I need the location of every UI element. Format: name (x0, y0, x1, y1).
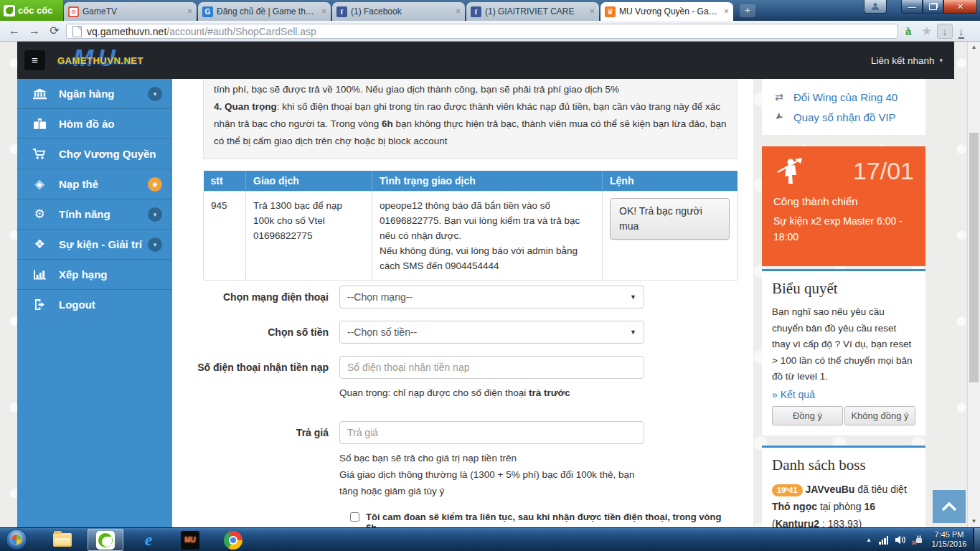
tab-close-icon[interactable]: × (590, 6, 595, 17)
instructions-6h: 6h (382, 118, 393, 129)
network-label: Chọn mạng điện thoại (172, 286, 329, 309)
vote-result-link[interactable]: » Kết quả (772, 389, 915, 400)
taskbar-coccoc-button[interactable] (88, 529, 123, 551)
taskbar-ie-button[interactable]: e (131, 529, 166, 551)
close-button[interactable]: ✕ (943, 0, 977, 14)
page-icon (72, 26, 82, 37)
maximize-button[interactable] (923, 0, 943, 14)
tab-close-icon[interactable]: × (724, 6, 729, 17)
quay-so-link[interactable]: Quay số nhận đồ VIP (793, 111, 896, 123)
event-card[interactable]: 17/01 Công thành chiến Sự kiện x2 exp Ma… (762, 146, 925, 266)
taskbar-clock[interactable]: 7:45 PM 1/15/2016 (928, 530, 970, 549)
confirm-checkbox[interactable] (350, 512, 359, 522)
scrollbar-thumb[interactable] (969, 133, 979, 382)
url-path: /account/#auth/ShopCardSell.asp (166, 26, 316, 37)
profile-button[interactable] (864, 0, 887, 14)
refresh-button[interactable]: ⟳ (46, 23, 63, 39)
boss-list-title: Danh sách boss (772, 456, 915, 474)
window-controls: — ✕ (901, 0, 977, 14)
sidebar-item-su-kien-giai-tri[interactable]: ❖ Sự kiện - Giải trí ▾ (17, 229, 172, 259)
phone-note-bold: trả trước (529, 387, 570, 398)
network-signal-icon[interactable] (879, 536, 888, 545)
caret-down-icon: ▾ (939, 57, 943, 64)
tab-facebook[interactable]: f (1) Facebook × (332, 2, 465, 21)
downloads-icon[interactable]: ↓ (958, 25, 964, 39)
system-tray: ▲ ✕ (866, 528, 924, 551)
event-line2: Sự kiện x2 exp Master 6:00 - 18:00 (773, 213, 903, 245)
gametv-favicon-icon: G (68, 6, 79, 17)
network-select[interactable]: --Chọn mạng-- ▼ (339, 286, 644, 309)
start-button[interactable] (6, 529, 27, 550)
price-note-1: Số bạc bạn sẽ trả cho giá trị nạp tiền t… (339, 450, 644, 466)
quick-links-label: Liên kết nhanh (871, 55, 935, 66)
internet-explorer-icon: e (145, 530, 153, 550)
taskbar-mu-game-button[interactable]: MU (172, 529, 208, 551)
quick-links-menu[interactable]: Liên kết nhanh ▾ (871, 42, 943, 79)
show-desktop-button[interactable] (973, 528, 980, 551)
show-hidden-icons-button[interactable]: ▲ (866, 537, 872, 543)
tab-title: MU Vương Quyền - Game (619, 6, 720, 17)
disagree-button[interactable]: Không đồng ý (844, 406, 915, 425)
bookmark-star-icon[interactable]: ★ (921, 24, 932, 39)
price-input[interactable] (339, 421, 644, 444)
warrior-icon (773, 156, 806, 185)
sidebar-item-ngan-hang[interactable]: Ngân hàng ▾ (17, 79, 172, 108)
amount-select[interactable]: --Chọn số tiền-- ▼ (339, 321, 644, 344)
taskbar-chrome-button[interactable] (215, 529, 251, 551)
chevron-down-icon[interactable]: ▾ (148, 87, 162, 101)
taskbar-explorer-button[interactable] (44, 529, 80, 551)
browser-scrollbar[interactable]: ▲ ▼ (967, 42, 980, 527)
sidebar-item-cho-vuong-quyen[interactable]: Chợ Vương Quyền (17, 138, 172, 169)
power-plug-icon[interactable]: ✕ (913, 534, 924, 545)
price-label: Trả giá (172, 421, 329, 499)
sell-card-form: Chọn mạng điện thoại --Chọn mạng-- ▼ Chọ… (172, 286, 753, 527)
link-doi-wing[interactable]: ⇄ Đổi Wing của Ring 40 (772, 87, 915, 107)
sidebar-item-tinh-nang[interactable]: ⚙ Tính năng ▾ (17, 199, 172, 229)
download-bar-button[interactable]: ↓ (937, 24, 953, 39)
volume-icon[interactable] (895, 535, 906, 545)
address-bar[interactable]: vq.gamethuvn.net/account/#auth/ShopCardS… (66, 24, 898, 39)
tab-close-icon[interactable]: × (187, 6, 192, 17)
mu-crown-favicon-icon: ♛ (605, 6, 616, 17)
sidebar-item-logout[interactable]: Logout (17, 289, 172, 319)
chevron-down-icon[interactable]: ▾ (148, 207, 162, 222)
pay-buyer-button[interactable]: OK! Trả bạc người mua (610, 198, 730, 240)
back-to-top-button[interactable] (933, 490, 966, 523)
coccoc-app-icon (96, 531, 115, 550)
tab-forum[interactable]: G Đăng chủ đề | Game thủ V × (198, 2, 331, 21)
hamburger-menu-button[interactable]: ≡ (24, 50, 45, 70)
tab-giaitriviet[interactable]: f (1) GIAITRIVIET CARE × (466, 2, 599, 21)
tab-close-icon[interactable]: × (456, 6, 461, 17)
sidebar-item-label: Nạp thẻ (59, 178, 98, 190)
amount-select-value: --Chọn số tiền-- (347, 326, 417, 338)
scroll-up-arrow[interactable]: ▲ (968, 42, 980, 53)
new-tab-button[interactable]: + (740, 4, 755, 17)
boss-server: Kanturu2 (776, 518, 819, 528)
minimize-button[interactable]: — (901, 0, 923, 14)
sidebar-item-nap-the[interactable]: ◈ Nạp thẻ ★ (17, 169, 172, 199)
phone-input[interactable] (339, 356, 644, 379)
forward-button[interactable]: → (26, 23, 43, 39)
coccoc-menu-button[interactable]: cốc cốc (0, 0, 63, 21)
doi-wing-link[interactable]: Đổi Wing của Ring 40 (793, 91, 897, 103)
boss-list-card: Danh sách boss 19ʰ41 JAVveuBu đã tiêu di… (762, 446, 925, 528)
tab-mu-vuong-quyen-active[interactable]: ♛ MU Vương Quyền - Game × (600, 2, 733, 21)
vote-question: Bạn nghĩ sao nếu yêu cầu chuyển bản đồ y… (772, 304, 915, 385)
scroll-down-arrow[interactable]: ▼ (968, 516, 980, 527)
tab-close-icon[interactable]: × (321, 6, 326, 17)
gem-icon: ◈ (30, 176, 49, 192)
link-quay-so[interactable]: ➤ Quay số nhận đồ VIP (772, 107, 915, 127)
vietnamese-ime-indicator[interactable]: à (905, 24, 911, 39)
chevron-down-icon[interactable]: ▾ (148, 237, 162, 252)
browser-titlebar: cốc cốc G GameTV × G Đăng chủ đề | Game … (0, 0, 980, 21)
tab-title: GameTV (83, 6, 184, 17)
tab-gametv[interactable]: G GameTV × (64, 2, 197, 21)
phone-note-text: Quan trọng: chỉ nạp được cho số điện tho… (339, 387, 529, 398)
back-button[interactable]: ← (6, 23, 23, 39)
agree-button[interactable]: Đồng ý (772, 406, 843, 425)
facebook-favicon-icon: f (471, 6, 481, 17)
site-logo[interactable]: MU GAMETHUVN.NET (53, 44, 182, 77)
form-row-amount: Chọn số tiền --Chọn số tiền-- ▼ (172, 321, 753, 344)
sidebar-item-hom-do-ao[interactable]: Hòm đồ ảo (17, 108, 172, 138)
sidebar-item-xep-hang[interactable]: Xếp hạng (17, 259, 172, 289)
